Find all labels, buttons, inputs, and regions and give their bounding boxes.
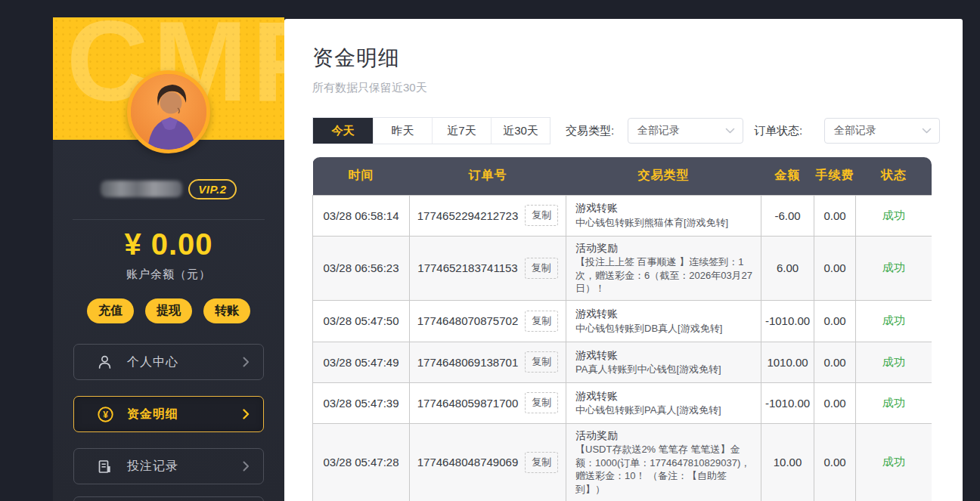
- action-row: 充值 提现 转账: [53, 298, 284, 323]
- table-row: 03/28 06:56:23 1774652183741153 复制 活动奖励 …: [313, 236, 932, 300]
- cell-transaction-type: 游戏转账 中心钱包转账到熊猫体育[游戏免转]: [566, 195, 761, 236]
- order-number: 1774648070875702: [417, 314, 518, 327]
- cell-order: 1774648069138701 复制: [410, 342, 566, 382]
- tab-yesterday[interactable]: 昨天: [373, 118, 432, 144]
- col-header-fee: 手续费: [814, 157, 856, 195]
- transaction-type-select[interactable]: 全部记录: [628, 118, 743, 144]
- transaction-type-value: 全部记录: [637, 124, 725, 138]
- transaction-type-label: 交易类型:: [566, 124, 614, 138]
- cell-time: 03/28 05:47:50: [313, 300, 410, 342]
- divider: [73, 219, 265, 220]
- recharge-button[interactable]: 充值: [87, 298, 134, 323]
- cell-status: 成功: [856, 423, 932, 501]
- cell-transaction-type: 游戏转账 中心钱包转账到PA真人[游戏免转]: [566, 382, 761, 423]
- chevron-right-icon: [243, 461, 250, 472]
- copy-button[interactable]: 复制: [525, 258, 558, 279]
- cell-time: 03/28 05:47:39: [313, 382, 410, 423]
- table-row: 03/28 05:47:49 1774648069138701 复制 游戏转账 …: [313, 342, 932, 382]
- transaction-description: 【投注上上签 百事顺遂 】连续签到：1次，赠送彩金：6（截至：2026年03月2…: [575, 255, 753, 295]
- copy-button[interactable]: 复制: [525, 351, 558, 373]
- cell-fee: 0.00: [814, 195, 856, 236]
- cell-amount: 10.00: [761, 423, 814, 501]
- cell-time: 03/28 05:47:49: [313, 342, 410, 382]
- withdraw-button[interactable]: 提现: [145, 298, 192, 323]
- cell-order: 1774648048749069 复制: [410, 423, 566, 501]
- col-header-status: 状态: [856, 157, 932, 195]
- order-number: 1774652183741153: [417, 261, 517, 274]
- money-circle-icon: ¥: [97, 406, 115, 423]
- funds-table: 时间 订单号 交易类型 金额 手续费 状态 03/28 06:58:14 177…: [312, 157, 932, 501]
- col-header-amount: 金额: [761, 157, 814, 195]
- username-masked: [101, 181, 182, 197]
- transaction-type-title: 游戏转账: [575, 348, 753, 363]
- copy-button[interactable]: 复制: [525, 392, 558, 413]
- order-number: 1774648048749069: [417, 456, 518, 469]
- main-panel: 资金明细 所有数据只保留近30天 今天 昨天 近7天 近30天 交易类型: 全部…: [284, 19, 963, 501]
- cell-order: 1774648059871700 复制: [410, 382, 566, 423]
- cell-amount: -6.00: [761, 195, 814, 236]
- order-status-select[interactable]: 全部记录: [824, 118, 940, 144]
- table-header-row: 时间 订单号 交易类型 金额 手续费 状态: [313, 157, 932, 195]
- cell-fee: 0.00: [814, 300, 856, 342]
- transaction-type-title: 活动奖励: [575, 241, 753, 256]
- cell-status: 成功: [856, 236, 932, 300]
- order-number: 1774652294212723: [417, 209, 518, 222]
- page-subtitle: 所有数据只保留近30天: [312, 81, 427, 95]
- order-status-label: 订单状态:: [754, 124, 802, 138]
- copy-button[interactable]: 复制: [525, 452, 558, 473]
- cell-fee: 0.00: [814, 342, 856, 382]
- cell-status: 成功: [856, 195, 932, 236]
- chevron-down-icon: [922, 124, 932, 138]
- order-status-value: 全部记录: [834, 124, 922, 138]
- cell-status: 成功: [856, 300, 932, 342]
- date-range-tabs: 今天 昨天 近7天 近30天: [312, 117, 550, 144]
- sidebar-item-bet-records[interactable]: 投注记录: [73, 448, 264, 484]
- transaction-description: 中心钱包转账到PA真人[游戏免转]: [575, 404, 753, 417]
- transfer-button[interactable]: 转账: [203, 298, 250, 323]
- avatar[interactable]: [127, 70, 210, 153]
- cell-transaction-type: 游戏转账 中心钱包转账到DB真人[游戏免转]: [566, 300, 761, 342]
- sidebar-item-next[interactable]: [73, 496, 264, 501]
- copy-button[interactable]: 复制: [525, 311, 558, 332]
- cell-amount: -1010.00: [761, 300, 814, 342]
- transaction-description: 中心钱包转账到DB真人[游戏免转]: [575, 322, 753, 336]
- cell-order: 1774652294212723 复制: [410, 195, 566, 236]
- table-row: 03/28 05:47:28 1774648048749069 复制 活动奖励 …: [313, 423, 932, 501]
- transaction-type-title: 游戏转账: [575, 307, 753, 322]
- order-number: 1774648059871700: [417, 397, 518, 410]
- cell-amount: 1010.00: [761, 342, 814, 382]
- page-background: CMP V: [0, 0, 980, 501]
- transaction-type-title: 游戏转账: [575, 201, 753, 216]
- sidebar-item-personal-center[interactable]: 个人中心: [73, 344, 264, 380]
- cell-transaction-type: 活动奖励 【USDT存款送2% 笔笔存 笔笔送】金额：1000(订单：17746…: [566, 423, 761, 501]
- sidebar-item-label: 个人中心: [127, 354, 243, 370]
- cell-status: 成功: [856, 382, 932, 423]
- table-row: 03/28 05:47:50 1774648070875702 复制 游戏转账 …: [313, 300, 932, 342]
- sidebar-item-label: 资金明细: [127, 407, 243, 422]
- transaction-type-title: 活动奖励: [575, 428, 753, 444]
- sidebar-item-funds-detail[interactable]: ¥ 资金明细: [73, 396, 264, 432]
- chevron-down-icon: [725, 124, 735, 138]
- cell-amount: 6.00: [761, 236, 814, 300]
- cell-order: 1774648070875702 复制: [410, 300, 566, 342]
- cell-time: 03/28 06:58:14: [313, 195, 410, 236]
- balance-label: 账户余额（元）: [53, 268, 284, 282]
- tab-today[interactable]: 今天: [313, 118, 373, 144]
- sidebar: CMP V: [53, 17, 284, 501]
- col-header-order: 订单号: [410, 157, 566, 195]
- table-row: 03/28 06:58:14 1774652294212723 复制 游戏转账 …: [313, 195, 932, 236]
- tab-last-7-days[interactable]: 近7天: [432, 118, 491, 144]
- cell-time: 03/28 05:47:28: [313, 423, 410, 501]
- transaction-description: 中心钱包转账到熊猫体育[游戏免转]: [575, 216, 753, 230]
- page-title: 资金明细: [312, 44, 400, 73]
- bet-record-icon: [97, 459, 115, 475]
- cell-amount: -1010.00: [761, 382, 814, 423]
- vip-badge: VIP.2: [188, 179, 236, 199]
- svg-text:¥: ¥: [103, 409, 108, 419]
- copy-button[interactable]: 复制: [525, 205, 558, 226]
- user-row: VIP.2: [53, 178, 284, 200]
- cell-transaction-type: 游戏转账 PA真人转账到中心钱包[游戏免转]: [566, 342, 761, 382]
- order-number: 1774648069138701: [417, 356, 518, 369]
- tab-last-30-days[interactable]: 近30天: [491, 118, 550, 144]
- transaction-type-title: 游戏转账: [575, 389, 753, 404]
